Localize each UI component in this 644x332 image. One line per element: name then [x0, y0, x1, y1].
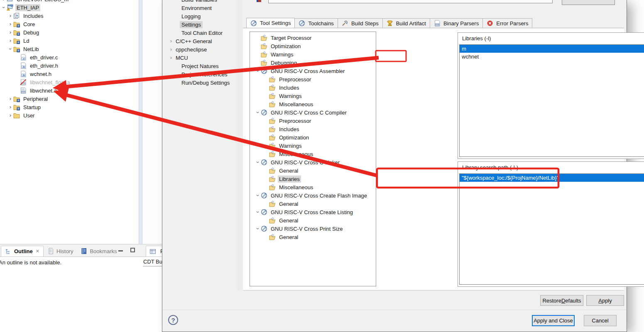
- settings-nav-item[interactable]: Run/Debug Settings: [162, 78, 236, 87]
- maximize-icon[interactable]: [130, 248, 135, 252]
- tool-tree-item[interactable]: ›Includes: [250, 83, 376, 92]
- tool-tree-item[interactable]: ›GNU RISC-V Cross C Compiler: [250, 108, 376, 117]
- tool-tree-item-label: Miscellaneous: [278, 184, 314, 191]
- tool-tree-item[interactable]: ›GNU RISC-V Cross C Linker: [250, 158, 376, 166]
- project-tree-item[interactable]: ›User: [0, 111, 139, 120]
- settings-nav-item[interactable]: Project References: [162, 70, 236, 78]
- outline-message: An outline is not available.: [1, 259, 142, 266]
- tool-tree-item[interactable]: ›GNU RISC-V Cross Print Size: [250, 225, 376, 233]
- tool-tree-item[interactable]: ›Preprocessor: [250, 117, 376, 125]
- tab-tool-settings[interactable]: Tool Settings: [246, 18, 295, 28]
- apply-button[interactable]: Apply: [586, 295, 624, 306]
- restore-defaults-button[interactable]: Restore Defaults: [540, 295, 583, 306]
- project-tree-item[interactable]: ›.ceth_driver.c: [0, 53, 139, 61]
- chevron-collapsed-icon[interactable]: ›: [7, 13, 13, 19]
- project-tree-item[interactable]: ›RDebug: [0, 28, 139, 37]
- tool-tree-item[interactable]: ›Miscellaneous: [250, 150, 376, 158]
- project-tree-item[interactable]: ›hIncludes: [0, 12, 139, 20]
- settings-nav-item[interactable]: ›C/C++ General: [162, 37, 236, 45]
- project-tree-item[interactable]: ›.hwchnet.h: [0, 70, 139, 78]
- tool-tree-item[interactable]: ›Warnings: [250, 142, 376, 150]
- chevron-collapsed-icon[interactable]: ›: [168, 46, 174, 52]
- chevron-collapsed-icon[interactable]: ›: [7, 104, 13, 110]
- tool-tree-item[interactable]: ›GNU RISC-V Cross Assembler: [250, 67, 376, 75]
- project-tree-item[interactable]: ›010libwchnet_float.a: [0, 78, 139, 86]
- settings-folder-icon: [269, 151, 276, 157]
- minimize-icon[interactable]: [118, 250, 123, 251]
- tool-tree-item[interactable]: ›Debugging: [250, 59, 376, 67]
- libraries-list[interactable]: mwchnet: [459, 44, 644, 157]
- tool-tree-item[interactable]: ›Optimization: [250, 133, 376, 142]
- chevron-collapsed-icon[interactable]: ›: [168, 38, 174, 44]
- manage-configurations-button[interactable]: [562, 0, 615, 5]
- chevron-expanded-icon[interactable]: ›: [255, 209, 261, 215]
- tab-toolchains[interactable]: Toolchains: [295, 18, 338, 28]
- tool-tree-item[interactable]: ›General: [250, 200, 376, 208]
- tool-tree-item[interactable]: ›Miscellaneous: [250, 183, 376, 191]
- tab-binary-parsers[interactable]: 010Binary Parsers: [430, 18, 483, 28]
- chevron-expanded-icon[interactable]: ›: [1, 5, 7, 10]
- project-tree-item[interactable]: ›RCore: [0, 20, 139, 28]
- settings-nav-item[interactable]: Build Variables: [162, 0, 236, 4]
- chevron-collapsed-icon[interactable]: ›: [7, 21, 13, 27]
- settings-nav-item[interactable]: ›MCU: [162, 54, 236, 62]
- tab-error-parsers[interactable]: Error Parsers: [483, 18, 532, 28]
- tool-settings-tree: ›Target Processor›Optimization›Warnings›…: [250, 32, 376, 286]
- tool-tree-item[interactable]: ›Target Processor: [250, 34, 376, 42]
- chevron-expanded-icon[interactable]: ›: [255, 68, 261, 74]
- tool-tree-item[interactable]: ›Includes: [250, 125, 376, 133]
- project-tree-item[interactable]: ›CETH_IAP: [0, 3, 139, 12]
- nav-sash[interactable]: [237, 0, 243, 290]
- tab-outline[interactable]: Outline✕: [1, 246, 44, 256]
- tool-tree-item[interactable]: ›Preprocessor: [250, 75, 376, 83]
- settings-nav-item[interactable]: Project Natures: [162, 62, 236, 70]
- chevron-collapsed-icon[interactable]: ›: [7, 96, 13, 102]
- close-icon[interactable]: ✕: [36, 249, 39, 254]
- project-explorer-scrollbar[interactable]: [139, 0, 142, 244]
- tool-tree-item[interactable]: ›Optimization: [250, 42, 376, 50]
- tool-tree-item[interactable]: ›GNU RISC-V Cross Create Flash Image: [250, 191, 376, 200]
- tool-tree-item[interactable]: ›General: [250, 166, 376, 175]
- tool-tree-item[interactable]: ›General: [250, 233, 376, 241]
- chevron-expanded-icon[interactable]: ›: [255, 226, 261, 232]
- tab-history[interactable]: History: [44, 246, 77, 256]
- apply-and-close-button[interactable]: Apply and Close: [532, 315, 575, 326]
- project-tree-item[interactable]: ›RLd: [0, 37, 139, 45]
- project-tree-item[interactable]: ›.heth_driver.h: [0, 61, 139, 70]
- chevron-expanded-icon[interactable]: ›: [255, 110, 261, 115]
- cancel-button[interactable]: Cancel: [584, 315, 617, 326]
- chevron-expanded-icon[interactable]: ›: [255, 159, 261, 165]
- tab-bookmarks[interactable]: Bookmarks: [77, 246, 120, 256]
- tab-build-artifact[interactable]: Build Artifact: [383, 18, 430, 28]
- help-icon[interactable]: ?: [168, 315, 178, 325]
- tab-build-steps[interactable]: Build Steps: [338, 18, 383, 28]
- tool-tree-item[interactable]: ›Miscellaneous: [250, 100, 376, 108]
- tool-tree-item[interactable]: ›Warnings: [250, 50, 376, 59]
- chevron-expanded-icon[interactable]: ›: [7, 46, 13, 52]
- chevron-collapsed-icon[interactable]: ›: [168, 55, 174, 61]
- settings-nav-item[interactable]: Environment: [162, 4, 236, 12]
- settings-nav-item[interactable]: Logging: [162, 12, 236, 20]
- tool-tree-item[interactable]: ›Libraries: [250, 175, 376, 183]
- list-item[interactable]: m: [460, 45, 644, 53]
- chevron-collapsed-icon[interactable]: ›: [1, 0, 7, 2]
- settings-nav-item[interactable]: Tool Chain Editor: [162, 29, 236, 37]
- project-tree-item[interactable]: ›RPeripheral: [0, 95, 139, 103]
- settings-nav-item[interactable]: Settings: [162, 20, 236, 29]
- settings-nav-item[interactable]: ›cppcheclipse: [162, 45, 236, 54]
- tool-tree-item[interactable]: ›Warnings: [250, 92, 376, 100]
- tool-tree-item[interactable]: ›GNU RISC-V Cross Create Listing: [250, 208, 376, 216]
- search-path-list[interactable]: "${workspace_loc:/${ProjName}/NetLib}": [459, 173, 644, 285]
- list-item[interactable]: wchnet: [460, 53, 644, 61]
- chevron-collapsed-icon[interactable]: ›: [7, 29, 13, 35]
- tool-tree-item[interactable]: ›General: [250, 216, 376, 225]
- project-tree-item[interactable]: ›CCH32V307 LiteOS_m: [0, 0, 139, 3]
- list-item[interactable]: "${workspace_loc:/${ProjName}/NetLib}": [460, 174, 644, 182]
- chevron-collapsed-icon[interactable]: ›: [7, 112, 13, 118]
- chevron-collapsed-icon[interactable]: ›: [7, 38, 13, 44]
- configuration-combo[interactable]: [268, 0, 553, 3]
- project-tree-item[interactable]: ›RNetLib: [0, 45, 139, 53]
- project-tree-item[interactable]: ›RStartup: [0, 103, 139, 111]
- project-tree-item[interactable]: ›010libwchnet.a: [0, 86, 139, 95]
- chevron-expanded-icon[interactable]: ›: [255, 193, 261, 198]
